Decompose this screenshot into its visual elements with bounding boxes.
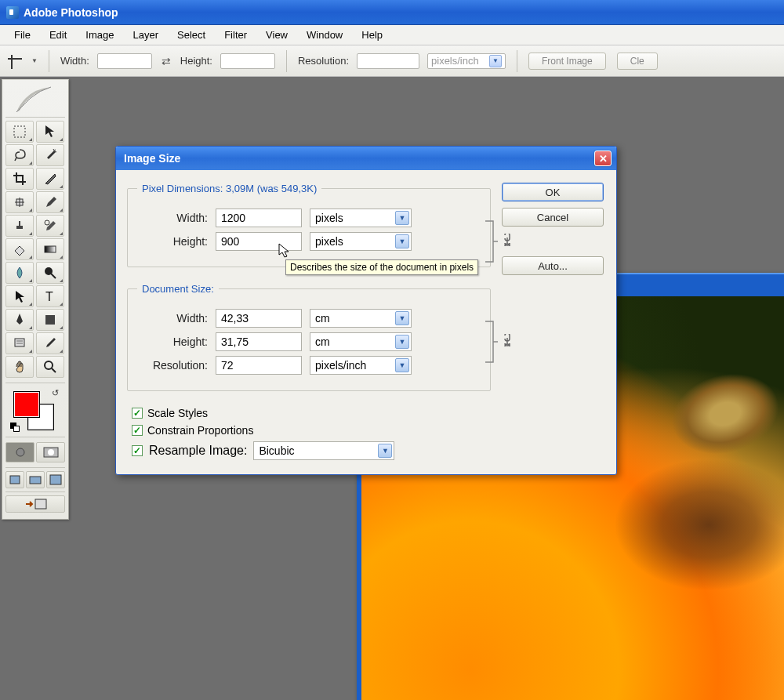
shape-tool[interactable] <box>36 309 64 331</box>
menu-image[interactable]: Image <box>76 27 123 43</box>
front-image-button[interactable]: Front Image <box>528 53 606 70</box>
px-width-unit-text: pixels <box>315 212 343 224</box>
document-size-legend: Document Size: <box>137 283 219 295</box>
doc-width-unit-select[interactable]: cm▼ <box>310 309 412 328</box>
type-tool[interactable]: T <box>36 285 64 307</box>
screen-full-menubar[interactable] <box>26 471 45 488</box>
dialog-titlebar[interactable]: Image Size ✕ <box>116 147 616 170</box>
divider <box>5 437 65 437</box>
cancel-button[interactable]: Cancel <box>502 208 604 227</box>
doc-res-unit-select[interactable]: pixels/inch▼ <box>310 356 412 375</box>
lasso-tool[interactable] <box>5 144 34 166</box>
notes-tool[interactable] <box>5 332 34 354</box>
opt-height-input[interactable] <box>220 53 275 69</box>
px-height-unit-select[interactable]: pixels▼ <box>310 232 412 251</box>
chevron-down-icon: ▼ <box>395 234 409 248</box>
close-button[interactable]: ✕ <box>594 151 612 166</box>
clear-button[interactable]: Cle <box>617 53 658 70</box>
quickmask-off[interactable] <box>5 442 34 462</box>
chevron-down-icon: ▼ <box>395 335 409 349</box>
opt-resolution-input[interactable] <box>357 53 419 69</box>
menu-edit[interactable]: Edit <box>40 27 76 43</box>
menu-file[interactable]: File <box>5 27 40 43</box>
resample-label: Resample Image: <box>149 444 247 458</box>
opt-resolution-unit-select[interactable]: pixels/inch ▼ <box>427 53 506 69</box>
resample-method-select[interactable]: Bicubic ▼ <box>253 441 394 460</box>
px-width-unit-select[interactable]: pixels▼ <box>310 209 412 227</box>
check-icon[interactable]: ✓ <box>132 445 143 456</box>
screen-standard[interactable] <box>5 471 24 488</box>
menu-help[interactable]: Help <box>352 27 392 43</box>
menu-select[interactable]: Select <box>168 27 215 43</box>
svg-rect-13 <box>30 477 41 484</box>
scale-styles-checkbox[interactable]: ✓ Scale Styles <box>132 407 491 419</box>
feather-icon <box>12 84 59 115</box>
path-select-tool[interactable] <box>5 285 34 307</box>
foreground-color-swatch[interactable] <box>13 391 40 418</box>
healing-brush-tool[interactable] <box>5 191 34 213</box>
px-width-input[interactable] <box>216 209 302 227</box>
jump-to-imageready[interactable] <box>5 495 65 513</box>
menu-filter[interactable]: Filter <box>215 27 256 43</box>
constrain-proportions-checkbox[interactable]: ✓ Constrain Proportions <box>132 424 491 437</box>
menu-window[interactable]: Window <box>297 27 352 43</box>
blur-tool[interactable] <box>5 262 34 284</box>
link-icon <box>501 334 512 348</box>
px-width-label: Width: <box>137 212 208 224</box>
px-height-input[interactable] <box>216 232 302 251</box>
magic-wand-tool[interactable] <box>36 144 64 166</box>
doc-width-unit-text: cm <box>315 312 330 325</box>
svg-rect-15 <box>35 499 46 509</box>
hand-tool[interactable] <box>5 356 34 378</box>
eraser-tool[interactable] <box>5 238 34 260</box>
toolbox-header[interactable] <box>5 82 65 118</box>
quickmask-on[interactable] <box>36 442 65 462</box>
slice-tool[interactable] <box>36 168 64 190</box>
doc-res-input[interactable] <box>216 356 302 375</box>
screen-full[interactable] <box>46 471 65 488</box>
crop-tool[interactable] <box>5 168 34 190</box>
doc-res-label: Resolution: <box>137 359 208 372</box>
divider <box>5 467 65 468</box>
history-brush-tool[interactable] <box>36 215 64 237</box>
svg-rect-14 <box>50 475 61 484</box>
tool-preset-menu[interactable]: ▼ <box>31 57 38 64</box>
brush-tool[interactable] <box>36 191 64 213</box>
menu-view[interactable]: View <box>256 27 297 43</box>
crop-icon[interactable] <box>5 52 24 71</box>
px-height-unit-text: pixels <box>315 235 343 248</box>
clone-stamp-tool[interactable] <box>5 215 34 237</box>
options-bar: ▼ Width: ⇄ Height: Resolution: pixels/in… <box>0 45 784 77</box>
app-icon <box>6 6 19 19</box>
pen-tool[interactable] <box>5 309 34 331</box>
opt-width-input[interactable] <box>97 53 152 69</box>
opt-height-label: Height: <box>180 55 212 67</box>
gradient-tool[interactable] <box>36 238 64 260</box>
doc-height-input[interactable] <box>216 332 302 351</box>
menu-layer[interactable]: Layer <box>124 27 169 43</box>
resample-method-text: Bicubic <box>259 444 294 457</box>
doc-height-unit-select[interactable]: cm▼ <box>310 332 412 351</box>
marquee-tool[interactable] <box>5 121 34 143</box>
auto-button[interactable]: Auto... <box>502 256 604 275</box>
eyedropper-tool[interactable] <box>36 332 64 354</box>
svg-point-11 <box>48 449 54 455</box>
svg-point-2 <box>45 220 49 225</box>
doc-width-input[interactable] <box>216 309 302 328</box>
workspace: T ↺ <box>0 77 784 700</box>
ok-button[interactable]: OK <box>502 183 604 201</box>
pixel-dimensions-legend: Pixel Dimensions: 3,09M (was 549,3K) <box>137 183 321 194</box>
move-tool[interactable] <box>36 121 64 143</box>
swap-colors-icon[interactable]: ↺ <box>52 388 59 398</box>
default-colors-icon[interactable] <box>10 423 21 433</box>
svg-point-8 <box>45 361 53 369</box>
color-swatches: ↺ <box>5 386 65 433</box>
px-link-bracket <box>484 218 498 265</box>
swap-dimensions-icon[interactable]: ⇄ <box>160 55 172 67</box>
px-height-label: Height: <box>137 235 208 248</box>
chevron-down-icon: ▼ <box>378 444 392 458</box>
dodge-tool[interactable] <box>36 262 64 284</box>
zoom-tool[interactable] <box>36 356 64 378</box>
tooltip: Describes the size of the document in pi… <box>285 259 478 275</box>
svg-rect-7 <box>15 339 24 346</box>
